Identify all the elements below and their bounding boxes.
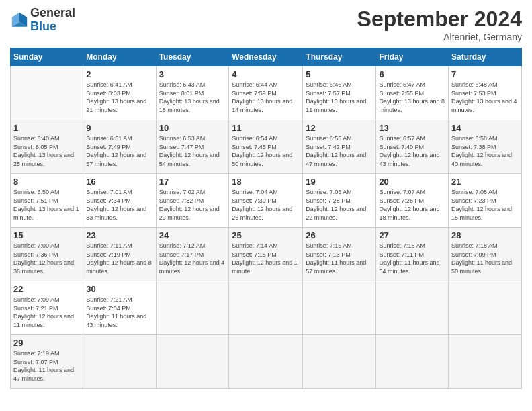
- day-number: 16: [86, 177, 152, 187]
- calendar-cell: 8Sunrise: 6:50 AMSunset: 7:51 PMDaylight…: [11, 174, 83, 228]
- day-number: 26: [306, 230, 373, 240]
- calendar-cell: 30Sunrise: 7:21 AMSunset: 7:04 PMDayligh…: [83, 281, 156, 335]
- day-number: 7: [451, 69, 519, 79]
- calendar-cell: 21Sunrise: 7:08 AMSunset: 7:23 PMDayligh…: [449, 174, 522, 228]
- calendar-cell: 28Sunrise: 7:18 AMSunset: 7:09 PMDayligh…: [449, 228, 522, 281]
- day-info: Sunrise: 7:14 AMSunset: 7:15 PMDaylight:…: [232, 242, 300, 275]
- calendar-cell: 13Sunrise: 6:57 AMSunset: 7:40 PMDayligh…: [376, 120, 449, 174]
- day-number: 27: [379, 230, 445, 240]
- calendar-week-row: 2Sunrise: 6:41 AMSunset: 8:03 PMDaylight…: [11, 66, 522, 120]
- day-number: 24: [159, 230, 226, 240]
- day-number: 11: [232, 123, 300, 133]
- calendar-cell: 6Sunrise: 6:47 AMSunset: 7:55 PMDaylight…: [376, 66, 449, 120]
- calendar-cell: 3Sunrise: 6:43 AMSunset: 8:01 PMDaylight…: [156, 66, 229, 120]
- day-number: 2: [86, 69, 152, 79]
- day-number: 12: [306, 123, 373, 133]
- day-number: 6: [379, 69, 445, 79]
- day-info: Sunrise: 7:19 AMSunset: 7:07 PMDaylight:…: [13, 349, 80, 383]
- calendar-cell: [376, 281, 449, 335]
- day-number: 28: [451, 230, 519, 240]
- calendar-cell: [229, 281, 303, 335]
- calendar-week-row: 29Sunrise: 7:19 AMSunset: 7:07 PMDayligh…: [11, 335, 522, 389]
- calendar-header-row: SundayMondayTuesdayWednesdayThursdayFrid…: [11, 48, 522, 66]
- header: General Blue September 2024 Altenriet, G…: [10, 7, 522, 42]
- calendar-cell: [11, 66, 83, 120]
- calendar-cell: 15Sunrise: 7:00 AMSunset: 7:36 PMDayligh…: [11, 228, 83, 281]
- day-info: Sunrise: 6:53 AMSunset: 7:47 PMDaylight:…: [159, 134, 226, 168]
- day-number: 30: [86, 284, 152, 294]
- calendar-cell: [156, 335, 229, 389]
- day-number: 29: [13, 338, 80, 348]
- title-area: September 2024 Altenriet, Germany: [357, 7, 522, 42]
- day-info: Sunrise: 6:47 AMSunset: 7:55 PMDaylight:…: [379, 81, 445, 114]
- day-number: 19: [306, 177, 373, 187]
- calendar-week-row: 1Sunrise: 6:40 AMSunset: 8:05 PMDaylight…: [11, 120, 522, 174]
- day-info: Sunrise: 7:21 AMSunset: 7:04 PMDaylight:…: [86, 295, 152, 329]
- day-info: Sunrise: 6:44 AMSunset: 7:59 PMDaylight:…: [232, 81, 300, 114]
- day-number: 14: [451, 123, 519, 133]
- calendar-cell: [229, 335, 303, 389]
- logo-icon: [10, 11, 29, 30]
- calendar-cell: 17Sunrise: 7:02 AMSunset: 7:32 PMDayligh…: [156, 174, 229, 228]
- calendar-cell: [303, 281, 376, 335]
- calendar-cell: 27Sunrise: 7:16 AMSunset: 7:11 PMDayligh…: [376, 228, 449, 281]
- calendar-cell: 10Sunrise: 6:53 AMSunset: 7:47 PMDayligh…: [156, 120, 229, 174]
- calendar-cell: [156, 281, 229, 335]
- calendar-week-row: 22Sunrise: 7:09 AMSunset: 7:21 PMDayligh…: [11, 281, 522, 335]
- location-subtitle: Altenriet, Germany: [357, 32, 522, 42]
- day-number: 9: [86, 123, 152, 133]
- calendar-cell: [303, 335, 376, 389]
- calendar-cell: 23Sunrise: 7:11 AMSunset: 7:19 PMDayligh…: [83, 228, 156, 281]
- day-info: Sunrise: 6:54 AMSunset: 7:45 PMDaylight:…: [232, 134, 300, 168]
- calendar-cell: 5Sunrise: 6:46 AMSunset: 7:57 PMDaylight…: [303, 66, 376, 120]
- calendar-week-row: 8Sunrise: 6:50 AMSunset: 7:51 PMDaylight…: [11, 174, 522, 228]
- calendar-cell: [376, 335, 449, 389]
- calendar-cell: 20Sunrise: 7:07 AMSunset: 7:26 PMDayligh…: [376, 174, 449, 228]
- day-info: Sunrise: 7:16 AMSunset: 7:11 PMDaylight:…: [379, 242, 445, 275]
- day-number: 17: [159, 177, 226, 187]
- calendar-cell: 2Sunrise: 6:41 AMSunset: 8:03 PMDaylight…: [83, 66, 156, 120]
- logo: General Blue: [10, 7, 75, 34]
- day-info: Sunrise: 6:41 AMSunset: 8:03 PMDaylight:…: [86, 81, 152, 114]
- day-info: Sunrise: 7:09 AMSunset: 7:21 PMDaylight:…: [13, 295, 80, 329]
- day-number: 4: [232, 69, 300, 79]
- day-info: Sunrise: 7:07 AMSunset: 7:26 PMDaylight:…: [379, 188, 445, 222]
- day-number: 3: [159, 69, 226, 79]
- day-header-wednesday: Wednesday: [229, 48, 303, 66]
- calendar-cell: [449, 335, 522, 389]
- day-number: 15: [13, 230, 80, 240]
- calendar-cell: 25Sunrise: 7:14 AMSunset: 7:15 PMDayligh…: [229, 228, 303, 281]
- logo-line2: Blue: [30, 20, 75, 34]
- day-info: Sunrise: 7:18 AMSunset: 7:09 PMDaylight:…: [451, 242, 519, 275]
- day-number: 21: [451, 177, 519, 187]
- calendar-body: 2Sunrise: 6:41 AMSunset: 8:03 PMDaylight…: [11, 66, 522, 389]
- calendar-cell: 29Sunrise: 7:19 AMSunset: 7:07 PMDayligh…: [11, 335, 83, 389]
- calendar-cell: 16Sunrise: 7:01 AMSunset: 7:34 PMDayligh…: [83, 174, 156, 228]
- day-info: Sunrise: 7:08 AMSunset: 7:23 PMDaylight:…: [451, 188, 519, 222]
- calendar-cell: 26Sunrise: 7:15 AMSunset: 7:13 PMDayligh…: [303, 228, 376, 281]
- calendar-cell: [83, 335, 156, 389]
- calendar-cell: 18Sunrise: 7:04 AMSunset: 7:30 PMDayligh…: [229, 174, 303, 228]
- calendar-cell: 14Sunrise: 6:58 AMSunset: 7:38 PMDayligh…: [449, 120, 522, 174]
- day-info: Sunrise: 6:40 AMSunset: 8:05 PMDaylight:…: [13, 134, 80, 168]
- calendar-cell: 22Sunrise: 7:09 AMSunset: 7:21 PMDayligh…: [11, 281, 83, 335]
- calendar-cell: 7Sunrise: 6:48 AMSunset: 7:53 PMDaylight…: [449, 66, 522, 120]
- day-number: 20: [379, 177, 445, 187]
- day-info: Sunrise: 6:43 AMSunset: 8:01 PMDaylight:…: [159, 81, 226, 114]
- day-number: 5: [306, 69, 373, 79]
- day-number: 22: [13, 284, 80, 294]
- day-info: Sunrise: 6:58 AMSunset: 7:38 PMDaylight:…: [451, 134, 519, 168]
- main-container: General Blue September 2024 Altenriet, G…: [0, 0, 532, 396]
- day-info: Sunrise: 7:15 AMSunset: 7:13 PMDaylight:…: [306, 242, 373, 275]
- calendar-cell: 1Sunrise: 6:40 AMSunset: 8:05 PMDaylight…: [11, 120, 83, 174]
- day-header-friday: Friday: [376, 48, 449, 66]
- day-number: 1: [13, 123, 80, 133]
- calendar-table: SundayMondayTuesdayWednesdayThursdayFrid…: [10, 48, 522, 389]
- logo-line1: General: [30, 7, 75, 20]
- day-info: Sunrise: 6:55 AMSunset: 7:42 PMDaylight:…: [306, 134, 373, 168]
- day-header-thursday: Thursday: [303, 48, 376, 66]
- day-info: Sunrise: 7:05 AMSunset: 7:28 PMDaylight:…: [306, 188, 373, 222]
- day-info: Sunrise: 7:02 AMSunset: 7:32 PMDaylight:…: [159, 188, 226, 222]
- day-info: Sunrise: 7:12 AMSunset: 7:17 PMDaylight:…: [159, 242, 226, 275]
- day-number: 10: [159, 123, 226, 133]
